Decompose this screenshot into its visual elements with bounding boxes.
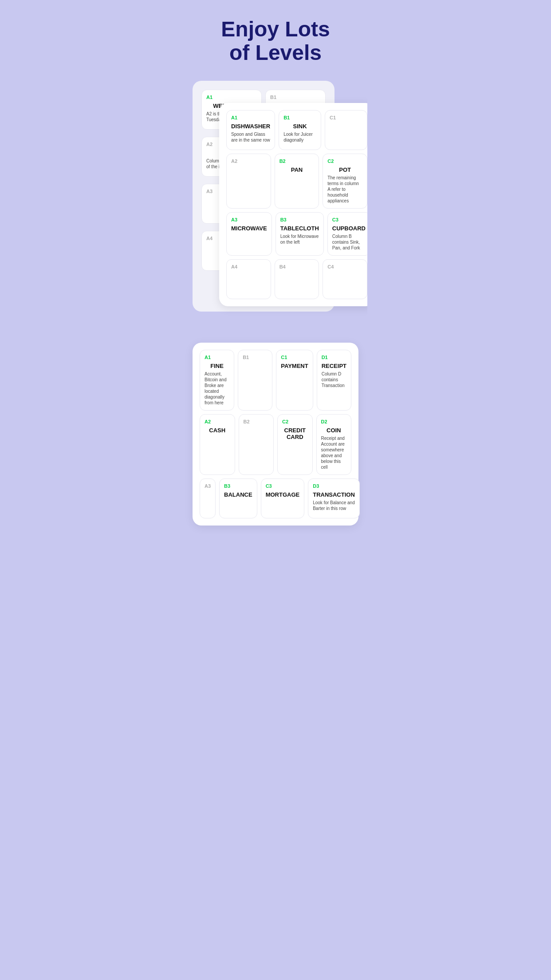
cell-c3: C3 CUPBOARD Column B contains Sink, Pan,… [327,212,367,256]
cell-b4: B4 [275,259,319,299]
bottom-row-2: A2 CASH B2 C2 CREDIT CARD D2 COIN Receip… [200,414,351,475]
bottom-cell-d1: D1 RECEIPT Column D contains Transaction [317,350,351,411]
cell-c2: C2 POT The remaining terms in column A r… [323,154,367,209]
stacked-cards: A1 WEDNESDAY A2 is the day before Tuesda… [193,81,358,329]
front-card: A1 DISHWASHER Spoon and Glass are in the… [219,103,367,306]
bottom-cell-d3: D3 TRANSACTION Look for Balance and Bart… [308,478,360,518]
cell-a2: A2 [226,154,271,209]
cell-b2: B2 PAN [275,154,319,209]
front-row-3: A3 MICROWAVE B3 TABLECLOTH Look for Micr… [226,212,367,256]
page-title: Enjoy Lots of Levels [193,18,358,65]
front-row-4: A4 B4 C4 [226,259,367,299]
bottom-cell-a3: A3 [200,478,216,518]
bottom-row-1: A1 FINE Account, Bitcoin and Broke are l… [200,350,351,411]
bottom-cell-b1: B1 [238,350,272,411]
bottom-cell-c3: C3 MORTGAGE [261,478,305,518]
cell-c1: C1 [325,110,367,150]
bottom-cell-c1: C1 PAYMENT [276,350,313,411]
bottom-cell-b2: B2 [239,414,274,475]
cell-a1: A1 DISHWASHER Spoon and Glass are in the… [226,110,275,150]
cell-b1: B1 SINK Look for Juicer diagonally [279,110,321,150]
bottom-card: A1 FINE Account, Bitcoin and Broke are l… [193,343,358,526]
bottom-cell-a2: A2 CASH [200,414,235,475]
cell-b3: B3 TABLECLOTH Look for Microwave on the … [276,212,324,256]
bottom-cell-a1: A1 FINE Account, Bitcoin and Broke are l… [200,350,234,411]
bottom-cell-b3: B3 BALANCE [219,478,257,518]
cell-a4: A4 [226,259,271,299]
cell-c4: C4 [323,259,367,299]
front-row-1: A1 DISHWASHER Spoon and Glass are in the… [226,110,367,150]
bottom-row-3: A3 B3 BALANCE C3 MORTGAGE D3 TRANSACTION… [200,478,351,518]
front-row-2: A2 B2 PAN C2 POT The remaining terms in … [226,154,367,209]
cell-a3: A3 MICROWAVE [226,212,272,256]
bottom-cell-c2: C2 CREDIT CARD [277,414,313,475]
bottom-cell-d2: D2 COIN Receipt and Account are somewher… [316,414,352,475]
